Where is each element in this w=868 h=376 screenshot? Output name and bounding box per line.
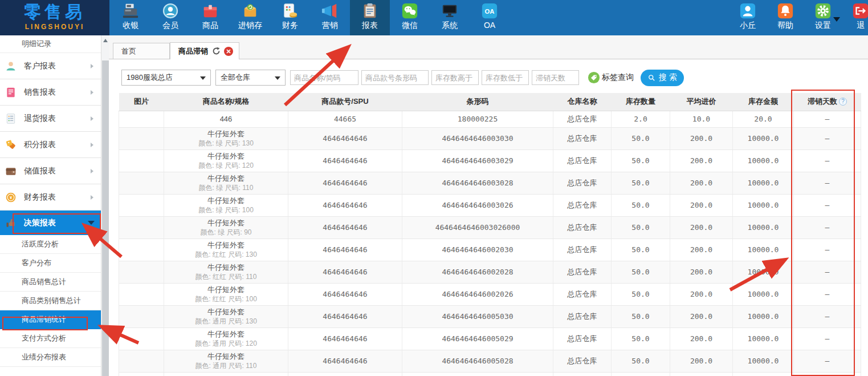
cell-qty: 50.0 <box>612 172 670 194</box>
table-row[interactable]: 牛仔短外套颜色: 红红 尺码: 100464646464646464646460… <box>119 283 861 305</box>
cell-avg-price: 200.0 <box>670 350 733 372</box>
column-header: 平均进价 <box>670 93 733 111</box>
tag-query-button[interactable]: 标签查询 <box>588 71 634 84</box>
cell-image <box>119 261 164 283</box>
topnav-item-system[interactable]: 系统 <box>430 0 470 35</box>
tab-商品滞销[interactable]: 商品滞销 ✕ <box>170 42 239 59</box>
cell-image <box>119 194 164 216</box>
sidebar-group-points[interactable]: 积分报表 <box>0 132 101 158</box>
help-icon[interactable]: ? <box>839 98 847 106</box>
topnav-item-cashier[interactable]: 收银 <box>111 0 150 35</box>
sidebar-item-活跃度分析[interactable]: 活跃度分析 <box>0 235 101 254</box>
cell-warehouse: 总店仓库 <box>553 305 612 328</box>
customer-icon <box>5 60 17 72</box>
monitor-icon <box>441 2 458 19</box>
table-row[interactable]: 44644665180000225总店仓库2.010.020.0– <box>119 111 861 127</box>
cell-spu: 4646464646 <box>288 238 402 261</box>
cell-warehouse: 总店仓库 <box>553 350 612 372</box>
cell-warehouse: 总店仓库 <box>553 283 612 305</box>
cell-name: 牛仔短外套颜色: 通用 尺码: 120 <box>164 328 288 350</box>
filter-input-商品款号条形码[interactable] <box>361 70 429 85</box>
sidebar-menu: 明细记录 客户报表 销售报表 退货报表 积分报表 储值报表 ¥ 财务报表 决 <box>0 35 101 376</box>
cell-days: – <box>794 350 861 372</box>
sidebar-group-finance[interactable]: ¥ 财务报表 <box>0 184 101 211</box>
chevron-down-icon <box>275 76 280 80</box>
topnav-item-member[interactable]: 会员 <box>150 0 190 35</box>
topnav-item-goods[interactable]: 商品 <box>190 0 230 35</box>
megaphone-icon <box>321 2 339 19</box>
oa-icon: OA <box>481 2 498 19</box>
topnav-item-reports[interactable]: 报表 <box>350 0 390 35</box>
sidebar-group-returns[interactable]: 退货报表 <box>0 106 101 132</box>
sidebar-scrollbar-thumb[interactable] <box>102 60 109 376</box>
search-button[interactable]: 搜 索 <box>641 70 684 86</box>
table-row[interactable]: 牛仔短外套颜色: 绿 尺码: 1204646464646464646464600… <box>119 149 861 172</box>
cell-avg-price: 200.0 <box>670 328 733 350</box>
sidebar-scrollbar[interactable] <box>101 35 109 376</box>
goods-icon <box>202 2 219 19</box>
table-row[interactable]: 牛仔短外套颜色: 通用 尺码: 130464646464646464646460… <box>119 305 861 328</box>
cell-barcode: 180000225 <box>402 111 553 127</box>
topnav-item-marketing[interactable]: 营销 <box>310 0 350 35</box>
topnav-item-logout[interactable]: 退 <box>842 0 868 35</box>
chevron-down-icon <box>833 17 840 22</box>
sidebar-item-商品类别销售总计[interactable]: 商品类别销售总计 <box>0 292 101 310</box>
brand-logo[interactable]: 零售易 LINGSHOUYI <box>0 0 109 35</box>
filter-input-库存数低于[interactable] <box>482 70 529 85</box>
scroll-up-arrow-icon[interactable] <box>101 37 109 45</box>
cell-warehouse: 总店仓库 <box>553 127 612 149</box>
cell-warehouse: 总店仓库 <box>553 261 612 283</box>
sidebar-group-customer[interactable]: 客户报表 <box>0 53 101 79</box>
sidebar-item-detail-records[interactable]: 明细记录 <box>0 35 101 53</box>
sidebar-item-客户分布[interactable]: 客户分布 <box>0 254 101 273</box>
cell-qty <box>612 372 670 376</box>
cell-barcode: 4646464646002026 <box>402 283 553 305</box>
sidebar-group-sales[interactable]: 销售报表 <box>0 79 101 106</box>
table-row[interactable]: 牛仔短外套颜色: 红红 尺码: 110464646464646464646460… <box>119 261 861 283</box>
cell-warehouse: 总店仓库 <box>553 194 612 216</box>
cell-name: 牛仔短外套颜色: 通用 尺码: 130 <box>164 305 288 328</box>
topnav-item-wechat[interactable]: 微信 <box>390 0 430 35</box>
finance-icon <box>282 2 299 19</box>
topnav-item-user[interactable]: 小丘 <box>729 0 767 35</box>
topnav-item-oa[interactable]: OA OA <box>470 0 510 35</box>
topnav-item-inventory[interactable]: 进销存 <box>230 0 270 35</box>
sidebar-group-decision[interactable]: 决策报表 <box>0 211 101 235</box>
sidebar-group-stored-value[interactable]: 储值报表 <box>0 158 101 184</box>
cell-days: – <box>794 328 861 350</box>
store-select[interactable]: 1980服装总店 <box>121 70 211 86</box>
cell-image <box>119 149 164 172</box>
wallet-icon <box>5 165 17 177</box>
tab-首页[interactable]: 首页 <box>113 43 170 59</box>
table-row[interactable]: 牛仔短外套 <box>119 372 861 376</box>
sidebar-item-商品滞销统计[interactable]: 商品滞销统计 <box>0 310 101 329</box>
close-tab-icon[interactable]: ✕ <box>224 47 233 56</box>
table-row[interactable]: 牛仔短外套颜色: 通用 尺码: 110464646464646464646460… <box>119 350 861 372</box>
topnav-item-settings[interactable]: 设置 <box>804 0 842 35</box>
sidebar-item-支付方式分析[interactable]: 支付方式分析 <box>0 329 101 348</box>
cell-name: 牛仔短外套颜色: 绿 尺码: 110 <box>164 172 288 194</box>
topnav-item-finance[interactable]: 财务 <box>270 0 310 35</box>
table-row[interactable]: 牛仔短外套颜色: 红红 尺码: 130464646464646464646460… <box>119 238 861 261</box>
sidebar-item-商品销售总计[interactable]: 商品销售总计 <box>0 273 101 292</box>
topnav-item-help[interactable]: 帮助 <box>767 0 804 35</box>
filter-input-商品名称/简码[interactable] <box>290 70 358 85</box>
warehouse-select[interactable]: 全部仓库 <box>215 70 286 86</box>
table-row[interactable]: 牛仔短外套颜色: 绿 尺码: 1004646464646464646464600… <box>119 194 861 216</box>
refresh-icon[interactable] <box>212 47 221 55</box>
cell-days: – <box>794 261 861 283</box>
chevron-down-icon <box>88 221 95 225</box>
table-row[interactable]: 牛仔短外套颜色: 绿 尺码: 9046464646464646464646003… <box>119 216 861 238</box>
cell-avg-price: 200.0 <box>670 194 733 216</box>
table-row[interactable]: 牛仔短外套颜色: 绿 尺码: 1304646464646464646464600… <box>119 127 861 149</box>
cell-avg-price: 200.0 <box>670 283 733 305</box>
gear-icon <box>814 2 832 19</box>
table-row[interactable]: 牛仔短外套颜色: 绿 尺码: 1104646464646464646464600… <box>119 172 861 194</box>
sidebar-item-业绩分布报表[interactable]: 业绩分布报表 <box>0 348 101 367</box>
table-row[interactable]: 牛仔短外套颜色: 通用 尺码: 120464646464646464646460… <box>119 328 861 350</box>
cell-amount: 10000.0 <box>733 238 794 261</box>
filter-input-库存数高于[interactable] <box>431 70 479 85</box>
cell-amount: 20.0 <box>733 111 794 127</box>
filter-input-滞销天数[interactable] <box>532 70 579 85</box>
cell-days: – <box>794 127 861 149</box>
